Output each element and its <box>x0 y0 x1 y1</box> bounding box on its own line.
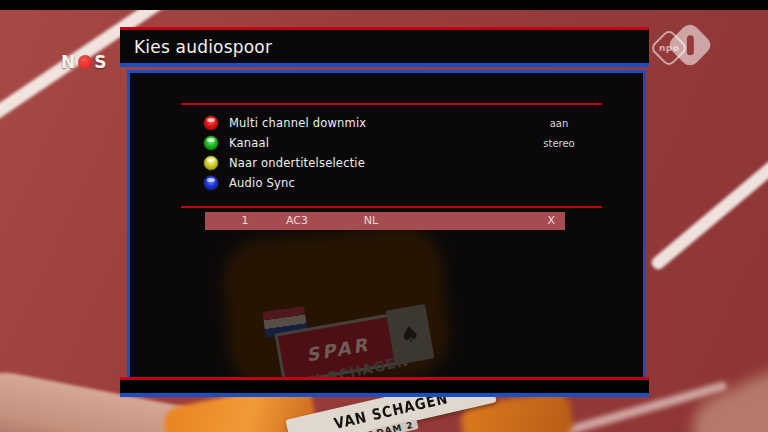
red-button-icon <box>203 115 219 131</box>
dialog-menu: Multi channel downmix aan Kanaal stereo … <box>130 113 643 193</box>
menu-item-value: aan <box>518 118 600 129</box>
track-codec: AC3 <box>277 214 317 227</box>
nos-logo: N S <box>61 52 107 72</box>
npo1-logo: npo <box>653 28 713 74</box>
yellow-button-icon <box>203 155 219 171</box>
top-letterbox-bar <box>0 0 768 10</box>
menu-item-value: stereo <box>518 138 600 149</box>
blue-button-icon <box>203 175 219 191</box>
menu-item-label: Audio Sync <box>229 176 295 190</box>
menu-item-audio-sync[interactable]: Audio Sync <box>130 173 643 193</box>
track-language: NL <box>353 214 389 227</box>
menu-item-label: Naar ondertitelselectie <box>229 156 365 170</box>
dialog-titlebar: Kies audiospoor <box>120 27 649 67</box>
divider-top <box>181 103 602 105</box>
spar-tree-icon: ♠ <box>398 320 422 348</box>
spar-text: SPAR <box>305 333 372 365</box>
tv-screen: { "broadcast": { "nos_letter_n": "N", "n… <box>0 0 768 432</box>
npo1-bar-icon <box>687 35 694 55</box>
menu-item-label: Kanaal <box>229 136 269 150</box>
nos-letter-s: S <box>94 52 107 72</box>
track-lane-line-right <box>649 133 768 272</box>
audio-track-dialog: SPAR ♠ VAN SCHAGEN Multi channel downmix… <box>127 70 646 380</box>
nos-letter-n: N <box>61 52 76 72</box>
green-button-icon <box>203 135 219 151</box>
track-number: 1 <box>235 214 255 227</box>
divider-bottom <box>181 206 602 208</box>
audio-track-row[interactable]: 1 AC3 NL X <box>205 212 565 230</box>
dialog-title: Kies audiospoor <box>120 37 272 57</box>
menu-item-kanaal[interactable]: Kanaal stereo <box>130 133 643 153</box>
menu-item-label: Multi channel downmix <box>229 116 366 130</box>
nos-o-disc-icon <box>78 55 92 69</box>
menu-item-multi-channel-downmix[interactable]: Multi channel downmix aan <box>130 113 643 133</box>
dialog-bottombar <box>120 377 649 397</box>
menu-item-ondertitelselectie[interactable]: Naar ondertitelselectie <box>130 153 643 173</box>
track-selected-marker[interactable]: X <box>547 214 555 227</box>
